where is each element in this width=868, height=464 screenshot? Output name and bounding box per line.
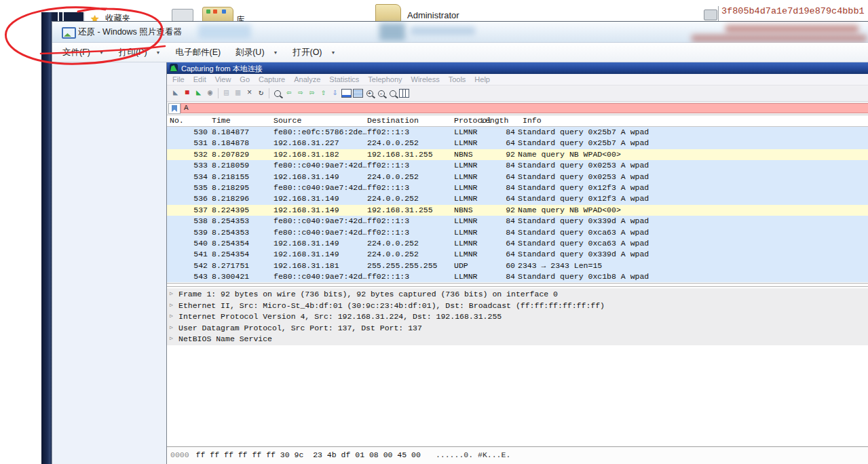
packet-row-535[interactable]: 5358.218295fe80::c040:9ae7:42d…ff02::1:3… <box>167 182 868 193</box>
libraries-folder-icon[interactable] <box>202 7 233 22</box>
ws-menu-tools[interactable]: Tools <box>449 75 466 83</box>
detail-line-3[interactable]: ▷Internet Protocol Version 4, Src: 192.1… <box>167 311 868 323</box>
window-button[interactable] <box>704 9 717 20</box>
detail-line-4[interactable]: ▷User Datagram Protocol, Src Port: 137, … <box>167 323 868 334</box>
ws-menu-go[interactable]: Go <box>240 75 250 83</box>
stop-capture-icon[interactable]: ■ <box>181 88 193 99</box>
folder-dot <box>213 9 217 14</box>
open-file-icon[interactable]: ▤ <box>221 88 232 99</box>
expand-arrow-icon[interactable]: ▷ <box>170 302 173 308</box>
col-header-time[interactable]: Time <box>212 116 231 125</box>
cell-proto: LLMNR <box>454 250 478 258</box>
packet-row-534[interactable]: 5348.218155192.168.31.149224.0.0.252LLMN… <box>167 172 868 182</box>
cell-time: 8.218059 <box>212 161 249 170</box>
packet-row-540[interactable]: 5408.254354192.168.31.149224.0.0.252LLMN… <box>167 238 868 249</box>
pv-menu-item-1[interactable]: 文件(F)▼ <box>62 47 104 58</box>
packet-details-pane: ▷Frame 1: 92 bytes on wire (736 bits), 9… <box>167 287 868 446</box>
colorize-icon[interactable] <box>352 88 364 99</box>
expand-arrow-icon[interactable]: ▷ <box>170 335 173 341</box>
cell-time: 8.207829 <box>212 150 249 159</box>
glass-blur-red-text <box>725 25 858 33</box>
zoom-reset-icon[interactable] <box>387 88 398 99</box>
detail-line-1[interactable]: ▷Frame 1: 92 bytes on wire (736 bits), 9… <box>167 289 868 301</box>
hex-ascii: ......0. #K...E. <box>436 450 510 459</box>
col-header-length[interactable]: Length <box>480 116 508 125</box>
ws-menu-capture[interactable]: Capture <box>259 75 285 83</box>
expand-arrow-icon[interactable]: ▷ <box>170 313 173 319</box>
pv-menu-item-2[interactable]: 打印(P)▼ <box>119 47 161 58</box>
col-header-info[interactable]: Info <box>523 116 542 125</box>
col-header-no[interactable]: No. <box>170 116 184 125</box>
go-forward-icon[interactable]: ⇨ <box>295 88 306 99</box>
photo-viewer-titlebar[interactable]: 还原 - Windows 照片查看器 <box>52 22 868 43</box>
ws-menu-help[interactable]: Help <box>474 75 490 83</box>
divider <box>718 6 719 22</box>
wireshark-window-image: Capturing from 本地连接 FileEditViewGoCaptur… <box>166 62 868 464</box>
find-packet-icon[interactable] <box>271 88 283 99</box>
administrator-item[interactable]: Administrator <box>407 10 459 20</box>
packet-row-537[interactable]: 5378.224395192.168.31.149192.168.31.255N… <box>167 205 868 216</box>
detail-text: Ethernet II, Src: Micro-St_4b:df:01 (30:… <box>178 301 605 310</box>
start-capture-icon[interactable]: ◣ <box>170 88 181 99</box>
zoom-in-icon[interactable]: + <box>364 88 375 99</box>
glass-blur-avatar <box>379 23 405 41</box>
wireshark-filterbar: A <box>167 102 868 115</box>
packet-row-530[interactable]: 5308.184877fe80::e0fc:5786:2de…ff02::1:3… <box>167 127 868 138</box>
ws-menu-wireless[interactable]: Wireless <box>411 75 440 83</box>
packet-row-532[interactable]: 5328.207829192.168.31.182192.168.31.255N… <box>167 149 868 160</box>
cell-src: 192.168.31.181 <box>273 261 366 270</box>
pv-menu-item-5[interactable]: 打开(O)▼ <box>293 47 335 58</box>
filter-input[interactable]: A <box>181 103 868 113</box>
resize-columns-icon[interactable] <box>398 88 410 99</box>
pv-menu-label: 打开(O) <box>293 47 322 58</box>
ws-menu-analyze[interactable]: Analyze <box>294 75 320 83</box>
detail-text: NetBIOS Name Service <box>178 334 272 343</box>
go-back-icon[interactable]: ⇦ <box>283 88 295 99</box>
col-header-destination[interactable]: Destination <box>367 116 419 125</box>
filter-bookmark-button[interactable] <box>168 103 181 114</box>
close-capture-icon[interactable]: × <box>244 88 255 99</box>
screen: ★ 收藏夹 库 Administrator 3f805b4d7a1e7d19e8… <box>0 0 868 464</box>
expand-arrow-icon[interactable]: ▷ <box>170 290 173 296</box>
wireshark-toolbar: ◣■◣◉▤▦×↻⇦⇨⇰⇧⇩+- <box>167 85 868 102</box>
col-header-source[interactable]: Source <box>273 116 301 125</box>
expand-arrow-icon[interactable]: ▷ <box>170 324 173 330</box>
ws-menu-statistics[interactable]: Statistics <box>329 75 359 83</box>
detail-line-5[interactable]: ▷NetBIOS Name Service <box>167 334 868 345</box>
cell-dst: ff02::1:3 <box>367 183 409 192</box>
pv-menu-item-3[interactable]: 电子邮件(E) <box>176 47 221 58</box>
packet-row-539[interactable]: 5398.254353fe80::c040:9ae7:42d…ff02::1:3… <box>167 227 868 238</box>
go-to-packet-icon[interactable]: ⇰ <box>306 88 318 99</box>
administrator-folder-icon[interactable] <box>375 4 401 22</box>
save-file-icon[interactable]: ▦ <box>232 88 244 99</box>
packet-row-538[interactable]: 5388.254353fe80::c040:9ae7:42d…ff02::1:3… <box>167 216 868 227</box>
cell-len: 64 <box>476 239 515 248</box>
capture-options-icon[interactable]: ◉ <box>204 88 216 99</box>
cell-info: Standard query 0x25b7 A wpad <box>518 128 649 136</box>
reload-icon[interactable]: ↻ <box>255 88 267 99</box>
ws-menu-telephony[interactable]: Telephony <box>368 75 402 83</box>
photo-viewer-menubar: 文件(F)▼打印(P)▼电子邮件(E)刻录(U)▼打开(O)▼ <box>52 43 868 62</box>
ws-menu-file[interactable]: File <box>172 75 185 83</box>
packet-row-533[interactable]: 5338.218059fe80::c040:9ae7:42d…ff02::1:3… <box>167 160 868 171</box>
ws-menu-edit[interactable]: Edit <box>193 75 206 83</box>
cell-src: 192.168.31.149 <box>273 239 366 248</box>
zoom-out-icon[interactable]: - <box>375 88 387 99</box>
chevron-down-icon: ▼ <box>273 50 278 55</box>
packet-row-543[interactable]: 5438.300421fe80::c040:9ae7:42d…ff02::1:3… <box>167 271 868 282</box>
go-bottom-icon[interactable]: ⇩ <box>329 88 341 99</box>
packet-row-541[interactable]: 5418.254354192.168.31.149224.0.0.252LLMN… <box>167 249 868 260</box>
packet-row-536[interactable]: 5368.218296192.168.31.149224.0.0.252LLMN… <box>167 193 868 204</box>
ws-menu-view[interactable]: View <box>215 75 231 83</box>
detail-line-2[interactable]: ▷Ethernet II, Src: Micro-St_4b:df:01 (30… <box>167 301 868 312</box>
packet-row-531[interactable]: 5318.184878192.168.31.227224.0.0.252LLMN… <box>167 138 868 149</box>
pv-menu-item-4[interactable]: 刻录(U)▼ <box>235 47 278 58</box>
hex-offset: 0000 <box>170 450 189 459</box>
cell-time: 8.224395 <box>212 206 249 214</box>
cell-time: 8.254354 <box>212 250 249 258</box>
restart-capture-icon[interactable]: ◣ <box>193 88 204 99</box>
go-top-icon[interactable]: ⇧ <box>318 88 329 99</box>
cell-info: Standard query 0x0253 A wpad <box>518 161 649 170</box>
packet-row-542[interactable]: 5428.271751192.168.31.181255.255.255.255… <box>167 260 868 271</box>
autoscroll-icon[interactable] <box>341 88 352 99</box>
